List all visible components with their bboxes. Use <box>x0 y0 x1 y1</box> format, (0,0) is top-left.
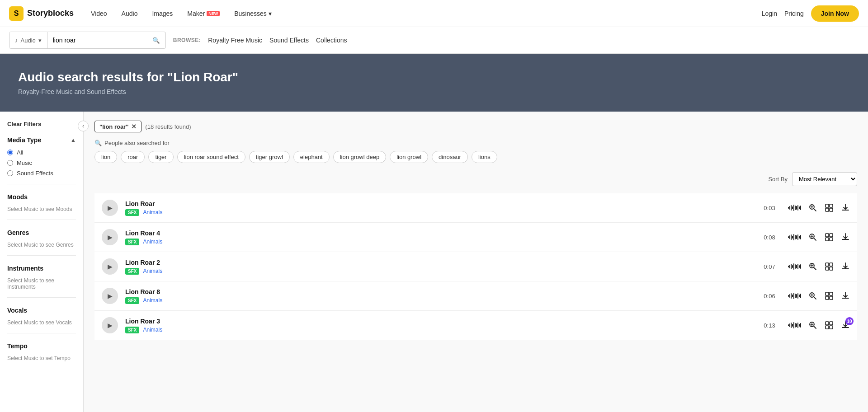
result-tags: SFX Animals <box>125 268 751 275</box>
svg-rect-7 <box>830 208 833 211</box>
filter-tag-remove[interactable]: ✕ <box>131 123 137 130</box>
also-searched-tag[interactable]: lion <box>94 151 117 163</box>
nav-item-audio[interactable]: Audio <box>115 6 144 21</box>
clear-filters-button[interactable]: Clear Filters <box>7 121 76 127</box>
download-wrap <box>841 233 850 242</box>
sfx-badge: SFX <box>125 239 139 245</box>
download-wrap: 10 <box>841 321 850 330</box>
category-link[interactable]: Animals <box>143 268 162 274</box>
find-similar-button[interactable] <box>808 233 817 242</box>
result-duration: 0:08 <box>758 234 781 241</box>
also-searched-tag[interactable]: tiger growl <box>249 151 290 163</box>
filter-media-type-header[interactable]: Media Type ▲ <box>7 136 76 144</box>
category-link[interactable]: Animals <box>143 239 162 245</box>
find-similar-button[interactable] <box>808 291 817 300</box>
sort-select[interactable]: Most Relevant <box>792 172 857 186</box>
category-link[interactable]: Animals <box>143 297 162 304</box>
play-button[interactable]: ▶ <box>102 229 118 245</box>
result-actions <box>788 291 850 300</box>
join-now-button[interactable]: Join Now <box>811 5 859 22</box>
also-searched-tags: lionroartigerlion roar sound effecttiger… <box>94 151 857 163</box>
browse-collections[interactable]: Collections <box>316 37 347 44</box>
svg-line-33 <box>814 326 816 328</box>
download-button[interactable] <box>841 291 850 300</box>
download-button[interactable] <box>841 203 850 212</box>
also-searched-tag[interactable]: lion roar sound effect <box>177 151 245 163</box>
also-searched-tag[interactable]: lions <box>472 151 497 163</box>
sfx-badge: SFX <box>125 268 139 275</box>
also-searched-tag[interactable]: roar <box>121 151 145 163</box>
also-searched-tag[interactable]: dinosaur <box>432 151 468 163</box>
svg-rect-15 <box>830 238 833 241</box>
filter-genres-title: Genres <box>7 229 29 236</box>
download-button[interactable] <box>841 233 850 242</box>
play-button[interactable]: ▶ <box>102 200 118 216</box>
new-badge: NEW <box>207 11 220 16</box>
results-count: (18 results found) <box>145 123 191 130</box>
media-type-music[interactable]: Music <box>7 159 76 166</box>
active-filter-tag: "lion roar" ✕ <box>94 121 142 132</box>
filter-instruments-header[interactable]: Instruments <box>7 265 76 272</box>
play-button[interactable]: ▶ <box>102 288 118 304</box>
browse-sound-effects[interactable]: Sound Effects <box>269 37 309 44</box>
storyboard-button[interactable] <box>825 291 834 300</box>
tempo-placeholder: Select Music to set Tempo <box>7 355 76 361</box>
svg-line-9 <box>814 238 816 240</box>
storyboard-button[interactable] <box>825 321 834 330</box>
login-link[interactable]: Login <box>762 10 777 17</box>
nav-item-video[interactable]: Video <box>85 6 113 21</box>
storyboard-button[interactable] <box>825 233 834 242</box>
find-similar-button[interactable] <box>808 321 817 330</box>
svg-rect-39 <box>830 326 833 329</box>
waveform-button[interactable] <box>788 204 801 212</box>
vocals-placeholder: Select Music to see Vocals <box>7 319 76 326</box>
waveform-button[interactable] <box>788 262 801 271</box>
also-searched-tag[interactable]: elephant <box>293 151 330 163</box>
download-button[interactable] <box>841 262 850 271</box>
media-type-all[interactable]: All <box>7 149 76 156</box>
waveform-icon <box>788 321 801 329</box>
category-link[interactable]: Animals <box>143 327 162 333</box>
result-tags: SFX Animals <box>125 297 751 304</box>
hero-banner: Audio search results for "Lion Roar" Roy… <box>0 54 868 112</box>
svg-rect-23 <box>830 267 833 270</box>
header-right: Login Pricing Join Now <box>762 5 859 22</box>
waveform-button[interactable] <box>788 233 801 241</box>
waveform-button[interactable] <box>788 292 801 300</box>
search-type-select[interactable]: ♪ Audio ▾ <box>9 32 47 48</box>
svg-rect-36 <box>826 322 829 325</box>
waveform-button[interactable] <box>788 321 801 329</box>
nav-item-maker[interactable]: Maker NEW <box>181 6 226 21</box>
storyboard-button[interactable] <box>825 203 834 212</box>
filter-instruments: Instruments Select Music to see Instrume… <box>7 265 76 298</box>
nav-item-businesses[interactable]: Businesses ▾ <box>228 6 278 21</box>
pricing-link[interactable]: Pricing <box>784 10 804 17</box>
filter-vocals-header[interactable]: Vocals <box>7 307 76 314</box>
filter-moods-title: Moods <box>7 193 28 201</box>
search-input[interactable] <box>47 32 147 48</box>
result-duration: 0:07 <box>758 263 781 270</box>
svg-rect-22 <box>826 267 829 270</box>
also-searched-tag[interactable]: lion growl deep <box>333 151 386 163</box>
search-button[interactable]: 🔍 <box>147 32 165 48</box>
also-searched-tag[interactable]: tiger <box>148 151 173 163</box>
sort-label: Sort By <box>768 176 788 183</box>
sidebar-collapse-button[interactable]: ‹ <box>78 121 89 131</box>
storyboard-button[interactable] <box>825 262 834 271</box>
category-link[interactable]: Animals <box>143 209 162 215</box>
also-searched-tag[interactable]: lion growl <box>390 151 428 163</box>
find-similar-button[interactable] <box>808 203 817 212</box>
play-button[interactable]: ▶ <box>102 317 118 333</box>
result-info: Lion Roar SFX Animals <box>125 200 751 216</box>
filter-tempo-header[interactable]: Tempo <box>7 342 76 350</box>
find-similar-button[interactable] <box>808 262 817 271</box>
play-button[interactable]: ▶ <box>102 258 118 275</box>
filter-genres-header[interactable]: Genres <box>7 229 76 236</box>
media-type-sound-effects[interactable]: Sound Effects <box>7 170 76 177</box>
logo[interactable]: S Storyblocks <box>9 6 74 21</box>
browse-royalty-free-music[interactable]: Royalty Free Music <box>208 37 262 44</box>
filter-moods-header[interactable]: Moods <box>7 193 76 201</box>
result-duration: 0:06 <box>758 293 781 300</box>
result-actions <box>788 233 850 242</box>
nav-item-images[interactable]: Images <box>146 6 179 21</box>
